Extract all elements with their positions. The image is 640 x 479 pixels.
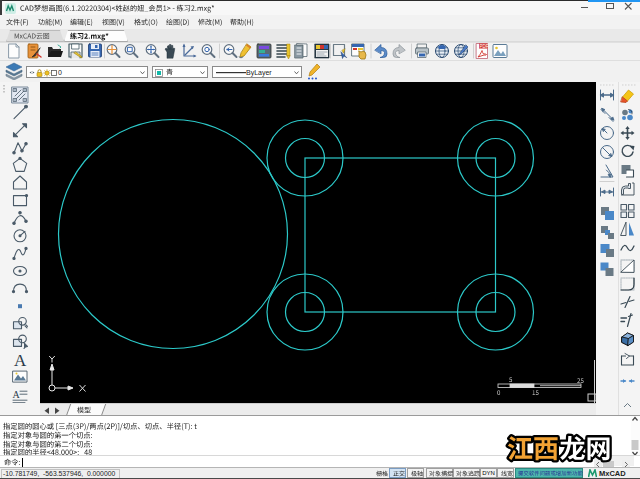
svg-text:A: A — [13, 389, 21, 400]
svg-text:PDF: PDF — [480, 44, 489, 49]
svg-text:A: A — [14, 351, 27, 370]
